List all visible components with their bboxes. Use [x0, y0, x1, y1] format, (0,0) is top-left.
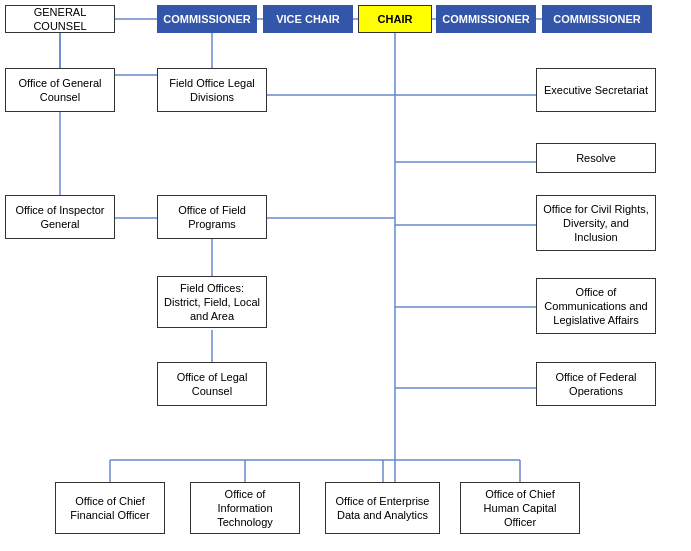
office-it-box: Office of Information Technology — [190, 482, 300, 534]
office-civil-rights-box: Office for Civil Rights, Diversity, and … — [536, 195, 656, 251]
office-legal-counsel-box: Office of Legal Counsel — [157, 362, 267, 406]
office-communications-box: Office of Communications and Legislative… — [536, 278, 656, 334]
office-inspector-box: Office of Inspector General — [5, 195, 115, 239]
field-offices-box: Field Offices: District, Field, Local an… — [157, 276, 267, 328]
commissioner1-box: COMMISSIONER — [157, 5, 257, 33]
field-office-legal-box: Field Office Legal Divisions — [157, 68, 267, 112]
commissioner3-box: COMMISSIONER — [542, 5, 652, 33]
office-field-programs-box: Office of Field Programs — [157, 195, 267, 239]
commissioner2-box: COMMISSIONER — [436, 5, 536, 33]
office-chco-box: Office of Chief Human Capital Officer — [460, 482, 580, 534]
office-federal-ops-box: Office of Federal Operations — [536, 362, 656, 406]
org-chart: GENERAL COUNSEL COMMISSIONER VICE CHAIR … — [0, 0, 691, 551]
office-eda-box: Office of Enterprise Data and Analytics — [325, 482, 440, 534]
executive-secretariat-box: Executive Secretariat — [536, 68, 656, 112]
chair-box: CHAIR — [358, 5, 432, 33]
general-counsel-box: GENERAL COUNSEL — [5, 5, 115, 33]
resolve-box: Resolve — [536, 143, 656, 173]
vice-chair-box: VICE CHAIR — [263, 5, 353, 33]
office-general-counsel-box: Office of General Counsel — [5, 68, 115, 112]
office-cfo-box: Office of Chief Financial Officer — [55, 482, 165, 534]
